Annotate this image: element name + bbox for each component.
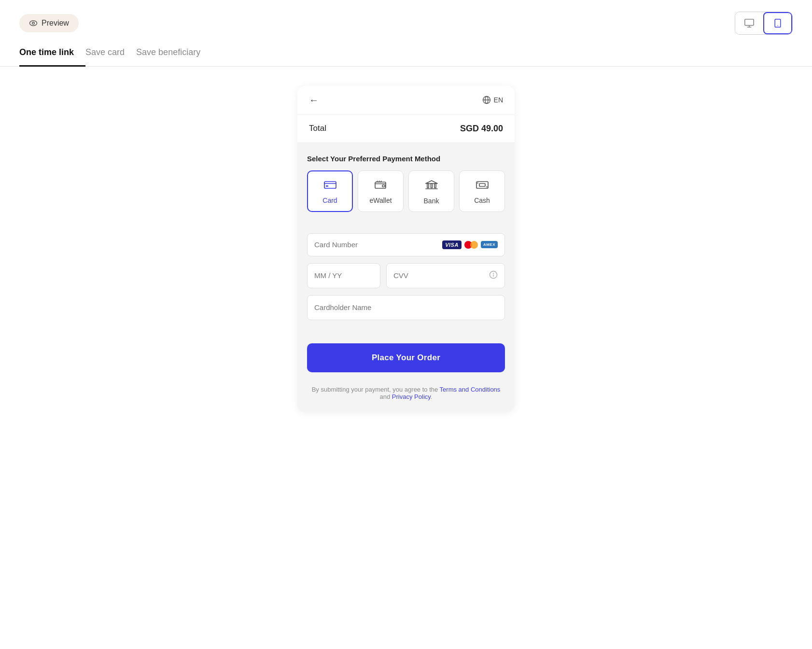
svg-rect-2 (745, 19, 754, 26)
payment-method-section: Select Your Preferred Payment Method Car… (297, 143, 515, 212)
method-card-cash[interactable]: Cash (459, 170, 505, 212)
footer-text-before: By submitting your payment, you agree to… (312, 386, 440, 393)
method-card-label: Card (322, 197, 337, 204)
globe-icon (482, 96, 491, 104)
place-order-button[interactable]: Place Your Order (307, 343, 505, 372)
total-amount: SGD 49.00 (460, 124, 503, 134)
language-label: EN (494, 96, 503, 104)
preview-button[interactable]: Preview (19, 14, 79, 32)
method-card-bank[interactable]: Bank (408, 170, 454, 212)
svg-point-0 (30, 21, 37, 26)
total-row: Total SGD 49.00 (297, 115, 515, 143)
mobile-icon (773, 18, 783, 28)
method-ewallet-label: eWallet (369, 197, 392, 204)
expiry-field[interactable] (307, 263, 380, 288)
svg-point-26 (486, 186, 487, 187)
tab-one-time-link[interactable]: One time link (19, 42, 85, 67)
svg-rect-20 (431, 183, 432, 188)
cvv-info-icon[interactable] (489, 270, 498, 281)
svg-rect-24 (479, 183, 485, 186)
cardholder-input[interactable] (314, 303, 498, 311)
expiry-input[interactable] (314, 271, 373, 280)
svg-rect-21 (434, 183, 436, 188)
card-number-input[interactable] (314, 240, 442, 249)
mastercard-logo (464, 240, 478, 249)
expiry-cvv-row (307, 263, 505, 288)
main-content: ← EN Total SGD 49.00 Select Your Preferr… (0, 67, 812, 412)
desktop-view-button[interactable] (735, 12, 763, 34)
svg-rect-10 (324, 182, 336, 188)
language-button[interactable]: EN (482, 96, 503, 104)
card-logos: VISA AMEX (442, 240, 498, 249)
mobile-view-button[interactable] (763, 12, 792, 34)
view-toggle (735, 12, 793, 35)
footer-text-between: and (380, 393, 392, 400)
card-form-section: VISA AMEX (297, 212, 515, 330)
svg-rect-12 (326, 185, 328, 187)
terms-link[interactable]: Terms and Conditions (440, 386, 501, 393)
payment-method-grid: Card eWallet (307, 170, 505, 212)
top-bar: Preview (0, 0, 812, 42)
back-button[interactable]: ← (309, 95, 319, 106)
total-label: Total (309, 124, 326, 133)
footer-text-after: . (431, 393, 433, 400)
svg-point-25 (477, 182, 478, 183)
svg-point-29 (493, 273, 494, 273)
method-card-card[interactable]: Card (307, 170, 353, 212)
visa-logo: VISA (442, 240, 462, 249)
svg-rect-5 (775, 19, 781, 28)
payment-section-title: Select Your Preferred Payment Method (307, 155, 505, 163)
card-number-field[interactable]: VISA AMEX (307, 233, 505, 256)
tab-save-beneficiary[interactable]: Save beneficiary (136, 42, 212, 67)
widget-header: ← EN (297, 86, 515, 115)
bank-method-icon (425, 180, 438, 193)
svg-point-1 (32, 22, 35, 25)
svg-rect-19 (427, 183, 429, 188)
tab-save-card[interactable]: Save card (85, 42, 136, 67)
ewallet-method-icon (375, 180, 387, 193)
desktop-icon (744, 18, 755, 28)
footer-text: By submitting your payment, you agree to… (297, 380, 515, 412)
eye-icon (29, 19, 38, 28)
amex-logo: AMEX (481, 241, 498, 248)
preview-label: Preview (42, 19, 69, 28)
privacy-link[interactable]: Privacy Policy (392, 393, 431, 400)
svg-rect-23 (476, 182, 488, 188)
card-method-icon (324, 180, 336, 193)
order-section: Place Your Order (297, 330, 515, 380)
method-card-ewallet[interactable]: eWallet (358, 170, 404, 212)
cvv-field[interactable] (386, 263, 505, 288)
cvv-input[interactable] (393, 271, 485, 280)
payment-widget: ← EN Total SGD 49.00 Select Your Preferr… (297, 86, 515, 412)
tabs-bar: One time link Save card Save beneficiary (0, 42, 812, 67)
cardholder-field[interactable] (307, 295, 505, 320)
method-bank-label: Bank (424, 197, 439, 205)
svg-marker-18 (426, 181, 437, 183)
cash-method-icon (476, 180, 489, 193)
method-cash-label: Cash (474, 197, 490, 204)
